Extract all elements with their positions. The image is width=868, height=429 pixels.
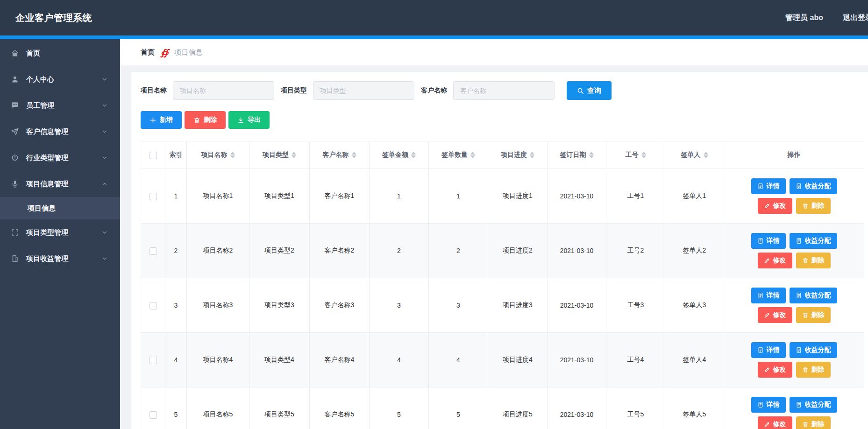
table-row: 3项目名称3项目类型3客户名称333项目进度32021-03-10工号3签单人3… [141,278,864,333]
trash-icon [802,312,809,318]
select-all-checkbox[interactable] [149,152,157,159]
breadcrumb-home[interactable]: 首页 [141,48,155,57]
sidebar: 首页个人中心员工管理客户信息管理行业类型管理项目信息管理项目信息项目类型管理项目… [0,39,120,429]
doc-icon [757,183,764,190]
sidebar-item-label: 项目信息管理 [26,180,68,189]
sidebar-item-4[interactable]: 客户信息管理 [0,119,120,145]
doc-icon [796,401,802,408]
sidebar-item-7[interactable]: 项目类型管理 [0,219,120,246]
sidebar-item-6[interactable]: 项目信息管理 [0,171,120,197]
edit-button[interactable]: 修改 [758,416,792,429]
sidebar-item-label: 员工管理 [26,101,54,110]
cell-index: 3 [165,278,187,333]
sort-icon[interactable] [470,152,475,158]
cell-index: 5 [165,387,187,429]
cell-type: 项目类型4 [249,333,310,387]
pencil-icon [764,312,770,318]
sort-icon[interactable] [530,152,534,158]
cell-progress: 项目进度2 [488,224,548,278]
sidebar-item-3[interactable]: 员工管理 [0,92,120,119]
chevron-down-icon [101,128,108,135]
row-checkbox[interactable] [149,411,157,419]
logout-link[interactable]: 退出登录 [843,13,868,23]
column-header[interactable]: 签单人 [665,141,724,169]
edit-button[interactable]: 修改 [758,307,792,323]
top-header: 企业客户管理系统 管理员 abo 退出登录 [0,0,868,35]
sort-icon[interactable] [292,152,296,158]
sidebar-item-5[interactable]: 行业类型管理 [0,145,120,171]
sidebar-item-label: 项目类型管理 [26,228,68,237]
cell-amount: 1 [370,169,429,224]
cell-signer: 签单人4 [665,333,724,387]
export-button[interactable]: 导出 [228,111,270,129]
sidebar-item-1[interactable]: 首页 [0,40,120,66]
sort-icon[interactable] [411,152,416,158]
doc-icon [796,238,802,244]
search-input-1[interactable] [173,81,274,100]
doc-icon [757,347,764,353]
row-checkbox[interactable] [149,357,157,364]
row-checkbox[interactable] [149,193,157,200]
edit-button[interactable]: 修改 [758,362,792,378]
income-allocation-button[interactable]: 收益分配 [790,397,837,413]
table-header-row: 索引项目名称项目类型客户名称签单金额签单数量项目进度签订日期工号签单人操作 [141,141,864,169]
cell-date: 2021-03-10 [548,387,606,429]
delete-button[interactable]: 删除 [185,111,226,129]
row-actions: 详情 收益分配 修改 删除 [724,169,864,224]
column-header[interactable]: 签单数量 [429,141,488,169]
row-checkbox[interactable] [149,247,157,255]
income-allocation-button[interactable]: 收益分配 [790,178,837,194]
sidebar-item-8[interactable]: 项目收益管理 [0,246,120,272]
add-button[interactable]: 新增 [141,111,182,129]
sidebar-item-label: 个人中心 [26,75,54,84]
search-input-3[interactable] [453,81,555,100]
row-delete-button[interactable]: 删除 [796,198,831,214]
cell-worker: 工号5 [606,387,665,429]
sort-icon[interactable] [641,152,646,158]
search-input-2[interactable] [313,81,414,100]
sidebar-item-2[interactable]: 个人中心 [0,66,120,92]
row-delete-button[interactable]: 删除 [796,362,831,378]
trash-icon [802,366,809,373]
pencil-icon [764,421,770,428]
cell-date: 2021-03-10 [548,278,606,333]
row-delete-button[interactable]: 删除 [796,253,831,268]
sort-icon[interactable] [230,152,235,158]
sort-icon[interactable] [704,152,708,158]
column-header[interactable]: 项目名称 [187,141,249,169]
cell-amount: 2 [370,224,429,278]
header-checkbox-cell [141,141,165,169]
detail-button[interactable]: 详情 [751,342,786,358]
column-header[interactable]: 工号 [606,141,665,169]
pencil-icon [764,257,770,264]
cell-type: 项目类型5 [249,387,310,429]
income-allocation-button[interactable]: 收益分配 [790,288,837,303]
detail-button[interactable]: 详情 [751,178,786,194]
query-button[interactable]: 查询 [567,81,612,100]
sort-icon[interactable] [352,152,356,158]
column-header[interactable]: 签单金额 [370,141,429,169]
detail-button[interactable]: 详情 [751,397,786,413]
income-allocation-button[interactable]: 收益分配 [790,342,837,358]
edit-button[interactable]: 修改 [758,198,792,214]
column-header[interactable]: 签订日期 [548,141,606,169]
cell-signer: 签单人1 [665,169,724,224]
breadcrumb-separator-icon: ∯ [160,47,169,58]
column-header[interactable]: 客户名称 [310,141,370,169]
column-header[interactable]: 项目进度 [488,141,548,169]
doc-icon [796,183,802,190]
income-allocation-button[interactable]: 收益分配 [790,233,837,249]
header-right: 管理员 abo 退出登录 [785,0,868,35]
admin-user-link[interactable]: 管理员 abo [785,13,823,23]
row-delete-button[interactable]: 删除 [796,416,831,429]
row-delete-button[interactable]: 删除 [796,307,831,323]
row-checkbox[interactable] [149,302,157,309]
cell-date: 2021-03-10 [548,224,606,278]
edit-button[interactable]: 修改 [758,253,792,268]
detail-button[interactable]: 详情 [751,288,786,303]
user-icon [11,75,19,84]
sort-icon[interactable] [589,152,594,158]
sidebar-subitem[interactable]: 项目信息 [0,197,120,219]
column-header[interactable]: 项目类型 [249,141,310,169]
detail-button[interactable]: 详情 [751,233,786,249]
